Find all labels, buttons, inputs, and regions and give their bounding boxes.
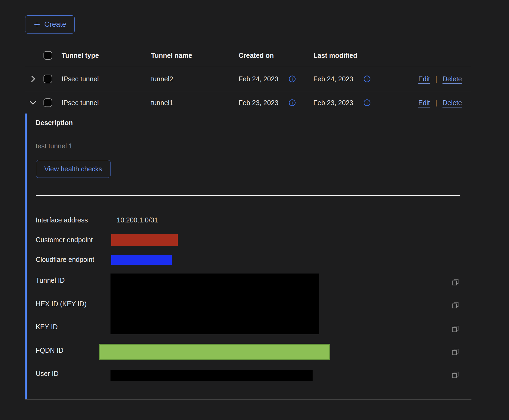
copy-icon xyxy=(451,371,460,379)
info-icon[interactable] xyxy=(289,99,296,106)
chevron-down-icon xyxy=(28,99,38,106)
action-separator: | xyxy=(435,75,437,83)
user-id-redacted-value xyxy=(110,370,313,381)
view-health-checks-label: View health checks xyxy=(44,165,102,173)
created-on-cell: Feb 24, 2023 xyxy=(239,75,296,83)
column-header-tunnel-name: Tunnel name xyxy=(151,51,192,59)
last-modified-date: Feb 23, 2023 xyxy=(313,99,353,107)
create-button[interactable]: Create xyxy=(25,15,75,34)
table-row: IPsec tunnel tunnel2 Feb 24, 2023 Feb 24… xyxy=(25,66,471,92)
panel-divider xyxy=(36,195,460,196)
tunnel-type-cell: IPsec tunnel xyxy=(62,75,99,83)
last-modified-cell: Feb 23, 2023 xyxy=(313,99,371,107)
description-title: Description xyxy=(36,119,73,127)
created-on-cell: Feb 23, 2023 xyxy=(239,99,296,107)
fqdn-id-redacted-value xyxy=(99,344,330,360)
cloudflare-endpoint-label: Cloudflare endpoint xyxy=(36,256,94,264)
column-header-tunnel-type: Tunnel type xyxy=(62,51,99,59)
delete-link[interactable]: Delete xyxy=(443,75,462,83)
last-modified-date: Feb 24, 2023 xyxy=(313,75,353,83)
create-button-label: Create xyxy=(44,20,66,29)
copy-tunnel-id-button[interactable] xyxy=(451,278,460,287)
row-actions: Edit | Delete xyxy=(418,99,462,107)
section-bottom-divider xyxy=(25,399,471,400)
copy-icon xyxy=(451,325,460,333)
copy-hex-id-button[interactable] xyxy=(451,301,460,310)
interface-address-value: 10.200.1.0/31 xyxy=(117,216,158,224)
edit-link[interactable]: Edit xyxy=(418,75,430,83)
info-icon[interactable] xyxy=(289,75,296,83)
key-id-label: KEY ID xyxy=(36,323,58,331)
tunnel-id-label: Tunnel ID xyxy=(36,276,65,284)
copy-icon xyxy=(451,278,460,286)
customer-endpoint-redacted-value xyxy=(111,234,178,246)
collapse-row-button[interactable] xyxy=(28,98,38,108)
hex-id-label: HEX ID (KEY ID) xyxy=(36,300,86,308)
tunnels-page: Create Tunnel type Tunnel name Created o… xyxy=(0,0,509,420)
tunnel-name-cell: tunnel2 xyxy=(151,75,173,83)
table-row: IPsec tunnel tunnel1 Feb 23, 2023 Feb 23… xyxy=(25,92,471,114)
row-checkbox[interactable] xyxy=(43,98,52,107)
action-separator: | xyxy=(435,99,437,107)
copy-icon xyxy=(451,348,460,356)
plus-icon xyxy=(34,21,41,28)
ids-redacted-value xyxy=(110,274,319,334)
chevron-right-icon xyxy=(29,74,37,84)
interface-address-label: Interface address xyxy=(36,216,88,224)
fqdn-id-label: FQDN ID xyxy=(36,346,63,354)
copy-key-id-button[interactable] xyxy=(451,324,460,334)
user-id-label: User ID xyxy=(36,370,59,378)
created-on-date: Feb 24, 2023 xyxy=(239,75,278,83)
description-text: test tunnel 1 xyxy=(36,142,72,150)
row-checkbox[interactable] xyxy=(43,75,52,83)
column-header-created-on: Created on xyxy=(239,51,274,59)
column-header-last-modified: Last modified xyxy=(313,51,357,59)
info-icon[interactable] xyxy=(363,75,371,83)
customer-endpoint-label: Customer endpoint xyxy=(36,236,93,244)
row-actions: Edit | Delete xyxy=(418,75,462,83)
edit-link[interactable]: Edit xyxy=(418,99,430,107)
select-all-checkbox[interactable] xyxy=(43,51,52,60)
view-health-checks-button[interactable]: View health checks xyxy=(36,160,110,178)
tunnel-detail-panel: Description test tunnel 1 View health ch… xyxy=(25,114,471,399)
cloudflare-endpoint-redacted-value xyxy=(111,255,172,265)
tunnel-type-cell: IPsec tunnel xyxy=(62,99,99,107)
tunnel-name-cell: tunnel1 xyxy=(151,99,173,107)
table-header: Tunnel type Tunnel name Created on Last … xyxy=(25,45,471,66)
info-icon[interactable] xyxy=(363,99,371,106)
copy-user-id-button[interactable] xyxy=(451,370,460,379)
expand-row-button[interactable] xyxy=(28,74,38,84)
delete-link[interactable]: Delete xyxy=(443,99,462,107)
copy-icon xyxy=(451,301,460,309)
created-on-date: Feb 23, 2023 xyxy=(239,99,278,107)
copy-fqdn-id-button[interactable] xyxy=(451,347,460,356)
last-modified-cell: Feb 24, 2023 xyxy=(313,75,371,83)
